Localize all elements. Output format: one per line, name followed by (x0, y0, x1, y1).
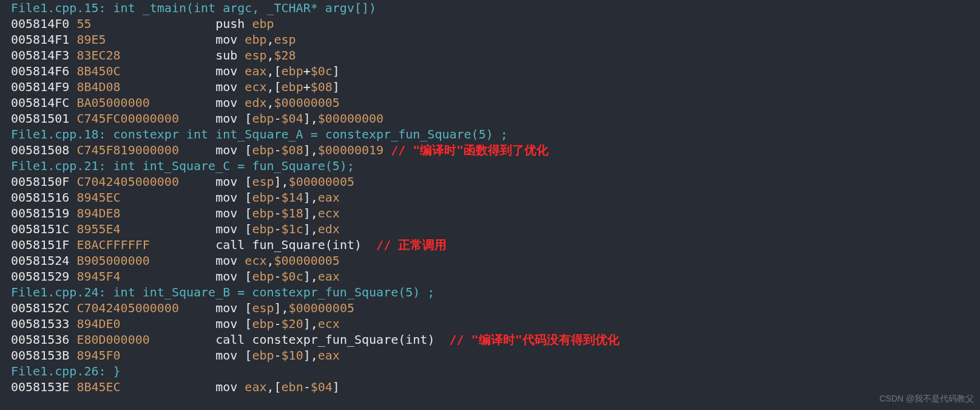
source-line: File1.cpp.26: } (11, 363, 969, 379)
source-line: File1.cpp.18: constexpr int int_Square_A… (11, 126, 969, 142)
immediate: $08 (282, 143, 303, 157)
register: ebp (252, 143, 274, 157)
mnemonic: mov (215, 143, 245, 157)
asm-line: 00581533 894DE0 mov [ebp-$20],ecx (11, 316, 969, 332)
bracket: ] (303, 316, 311, 331)
mnemonic: call (215, 332, 252, 347)
asm-line: 005814FC BA05000000 mov edx,$00000005 (11, 95, 969, 111)
bracket: ] (303, 206, 311, 220)
immediate: $00000005 (289, 174, 354, 189)
address: 0058150F (11, 174, 69, 189)
bracket: [ (245, 222, 252, 236)
bracket: ] (303, 111, 311, 126)
hex-bytes: 8955E4 (76, 222, 120, 236)
hex-bytes: 8945F4 (76, 269, 120, 284)
immediate: $1c (282, 222, 303, 236)
hex-bytes: C745F819000000 (76, 143, 179, 157)
immediate: $10 (282, 348, 303, 363)
hex-bytes: BA05000000 (76, 95, 149, 110)
mnemonic: mov (215, 206, 245, 220)
asm-line: 0058151C 8955E4 mov [ebp-$1c],edx (11, 221, 969, 237)
asm-line: 005814F6 8B450C mov eax,[ebp+$0c] (11, 63, 969, 79)
asm-line: 005814F9 8B4D08 mov ecx,[ebp+$08] (11, 79, 969, 95)
source-text: File1.cpp.15: int _tmain(int argc, _TCHA… (11, 1, 376, 15)
hex-bytes: 894DE8 (76, 206, 120, 220)
bracket: ] (274, 301, 282, 315)
immediate: $0c (311, 64, 333, 78)
register: edx (245, 95, 266, 110)
register: ebp (252, 348, 274, 363)
mnemonic: mov (215, 32, 245, 47)
hex-bytes: 55 (76, 16, 91, 31)
immediate: $00000005 (274, 253, 340, 268)
address: 00581533 (11, 316, 69, 331)
mnemonic: mov (215, 222, 245, 236)
punct: + (303, 64, 311, 78)
hex-bytes: 89E5 (76, 32, 106, 47)
hex-bytes: 83EC28 (76, 48, 120, 63)
punct: , (282, 301, 289, 315)
bracket: [ (245, 143, 252, 157)
punct: , (266, 32, 274, 47)
punct: , (311, 206, 318, 220)
mnemonic: mov (215, 64, 245, 78)
punct: - (274, 190, 282, 205)
bracket: ] (333, 380, 340, 394)
address: 005814F1 (11, 32, 69, 47)
source-line: File1.cpp.24: int int_Square_B = constex… (11, 284, 969, 300)
register: esp (245, 48, 266, 63)
register: ebp (252, 206, 274, 220)
bracket: [ (245, 348, 252, 363)
punct: , (311, 222, 318, 236)
bracket: [ (245, 316, 252, 331)
hex-bytes: 8945F0 (76, 348, 120, 363)
address: 00581524 (11, 253, 69, 268)
address: 00581501 (11, 111, 69, 126)
hex-bytes: C7042405000000 (76, 174, 179, 189)
punct: , (266, 64, 274, 78)
asm-line: 0058153E 8B45EC mov eax,[ebn-$04] (11, 379, 969, 395)
bracket: ] (274, 174, 282, 189)
immediate: $04 (311, 380, 333, 394)
punct: , (282, 174, 289, 189)
disassembly-listing: File1.cpp.15: int _tmain(int argc, _TCHA… (0, 0, 980, 395)
hex-bytes: C745FC00000000 (76, 111, 179, 126)
immediate: $28 (274, 48, 296, 63)
asm-line: 00581501 C745FC00000000 mov [ebp-$04],$0… (11, 111, 969, 126)
bracket: [ (245, 190, 252, 205)
address: 00581529 (11, 269, 69, 284)
immediate: $00000005 (274, 95, 340, 110)
asm-line: 005814F0 55 push ebp (11, 16, 969, 32)
punct: - (274, 269, 282, 284)
hex-bytes: E80D000000 (76, 332, 149, 347)
hex-bytes: B905000000 (76, 253, 149, 268)
bracket: ] (303, 269, 311, 284)
bracket: ] (333, 80, 340, 94)
address: 005814FC (11, 95, 69, 110)
immediate: $00000000 (318, 111, 384, 126)
bracket: [ (245, 206, 252, 220)
register: ebn (282, 380, 303, 394)
address: 0058151F (11, 237, 69, 252)
watermark: CSDN @我不是代码教父 (879, 391, 974, 406)
address: 00581536 (11, 332, 69, 347)
register: ecx (245, 253, 266, 268)
source-text: File1.cpp.18: constexpr int int_Square_A… (11, 127, 508, 142)
asm-line: 00581536 E80D000000 call constexpr_fun_S… (11, 332, 969, 347)
register: ebp (252, 111, 274, 126)
punct: , (266, 80, 274, 94)
punct: + (303, 80, 311, 94)
register: ebp (252, 190, 274, 205)
address: 005814F0 (11, 16, 69, 31)
hex-bytes: 8B450C (76, 64, 120, 78)
operand-text: fun_Square(int) (252, 237, 376, 252)
mnemonic: push (215, 16, 252, 31)
register: eax (318, 269, 340, 284)
punct: , (266, 380, 274, 394)
bracket: [ (245, 111, 252, 126)
bracket: [ (245, 174, 252, 189)
punct: , (311, 190, 318, 205)
immediate: $04 (282, 111, 303, 126)
annotation: // "编译时"代码没有得到优化 (450, 332, 620, 347)
asm-line: 0058151F E8ACFFFFFF call fun_Square(int)… (11, 237, 969, 253)
